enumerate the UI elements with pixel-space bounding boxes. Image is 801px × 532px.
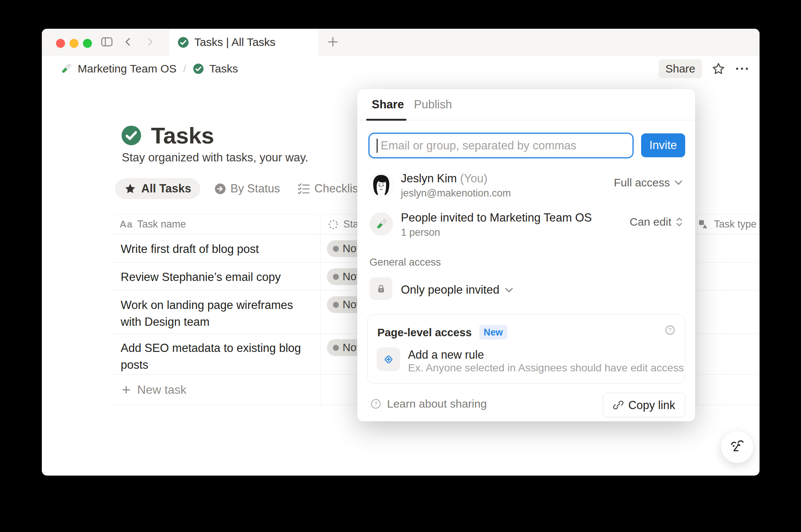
status-dot-icon — [333, 345, 339, 351]
new-task-label: New task — [137, 383, 186, 397]
chevron-down-icon — [674, 178, 683, 188]
help-icon — [371, 399, 381, 409]
status-spinner-icon — [328, 219, 339, 230]
task-name[interactable]: Write first draft of blog post — [121, 241, 315, 258]
view-tab-label: Checklist — [315, 182, 362, 195]
column-header-task-type[interactable]: Task type — [698, 214, 757, 234]
active-tab-underline — [366, 119, 406, 121]
page-level-access-title: Page-level access — [377, 326, 472, 339]
copy-link-label: Copy link — [628, 399, 675, 412]
notion-face-icon — [728, 438, 746, 456]
person-name-row: Jeslyn Kim (You) — [401, 172, 487, 185]
text-property-icon: Aa — [120, 219, 133, 230]
view-tab-all-tasks[interactable]: All Tasks — [115, 178, 200, 199]
general-access-value: Only people invited — [401, 283, 500, 297]
person-name: Jeslyn Kim — [401, 172, 457, 185]
learn-about-sharing-link[interactable]: Learn about sharing — [371, 398, 487, 410]
link-icon — [613, 400, 624, 410]
active-browser-tab[interactable]: Tasks | All Tasks — [169, 29, 318, 56]
page-level-access-title-row: Page-level access New — [377, 325, 507, 340]
task-name[interactable]: Review Stephanie’s email copy — [121, 269, 315, 286]
notion-window: Tasks | All Tasks Marketing Team OS / Ta… — [42, 29, 760, 476]
add-rule-title[interactable]: Add a new rule — [408, 348, 484, 361]
page-title: Tasks — [151, 122, 214, 149]
new-tab-icon[interactable] — [327, 36, 338, 47]
avatar-illustration — [369, 173, 393, 197]
column-label: Task name — [137, 219, 186, 230]
page-check-icon — [193, 63, 204, 74]
view-tab-label: All Tasks — [141, 182, 191, 195]
testtube-icon — [375, 217, 388, 231]
column-label: Task type — [714, 219, 757, 230]
status-dot-icon — [333, 246, 339, 252]
nav-back-icon[interactable] — [123, 37, 133, 47]
nav-forward-icon[interactable] — [145, 37, 155, 47]
chevron-updown-icon — [675, 216, 683, 228]
access-dropdown-can-edit[interactable]: Can edit — [630, 216, 683, 228]
lock-icon — [376, 284, 386, 294]
breadcrumb-page[interactable]: Tasks — [209, 62, 238, 75]
task-name[interactable]: Add SEO metadata to existing blog posts — [121, 340, 315, 374]
add-rule-tile[interactable] — [377, 347, 400, 371]
tab-favicon-check-icon — [177, 37, 189, 48]
plus-icon: + — [122, 382, 130, 397]
person-email: jeslyn@makenotion.com — [401, 188, 511, 199]
status-dot-icon — [333, 302, 339, 308]
favorite-star-icon[interactable] — [712, 62, 725, 75]
breadcrumb-separator: / — [182, 63, 188, 75]
star-icon — [124, 183, 136, 195]
dialog-tab-publish[interactable]: Publish — [414, 98, 452, 111]
general-access-dropdown[interactable]: Only people invited — [401, 283, 514, 297]
group-member-count: 1 person — [401, 227, 440, 238]
topbar-actions: Share — [659, 55, 749, 82]
page-title-check-icon — [121, 125, 142, 146]
zoom-window-button[interactable] — [83, 39, 92, 48]
window-titlebar: Tasks | All Tasks — [42, 29, 760, 55]
breadcrumb: Marketing Team OS / Tasks — [60, 55, 238, 82]
checklist-icon — [297, 183, 310, 195]
page-subtitle: Stay organized with tasks, your way. — [122, 151, 308, 164]
status-dot-icon — [333, 274, 339, 280]
view-tab-checklist[interactable]: Checklist — [294, 182, 365, 195]
person-you-suffix: (You) — [460, 172, 488, 185]
group-name: People invited to Marketing Team OS — [401, 211, 592, 225]
workspace-testtube-icon — [60, 62, 72, 75]
help-icon[interactable] — [665, 325, 675, 335]
new-badge: New — [479, 325, 507, 340]
chevron-down-icon — [504, 285, 514, 295]
general-access-tile — [369, 277, 392, 300]
user-avatar — [369, 173, 393, 197]
view-tabs: All Tasks By Status Checklist — [115, 178, 364, 199]
share-dialog-header: Share Publish — [357, 89, 695, 120]
access-level-label: Full access — [614, 176, 670, 189]
access-dropdown-full-access[interactable]: Full access — [614, 176, 683, 189]
invite-button[interactable]: Invite — [641, 133, 685, 157]
breadcrumb-workspace[interactable]: Marketing Team OS — [78, 62, 177, 75]
access-level-label: Can edit — [630, 216, 671, 228]
arrow-circle-icon — [214, 183, 226, 195]
task-name[interactable]: Work on landing page wireframes with Des… — [121, 297, 315, 331]
view-tab-label: By Status — [231, 182, 280, 195]
minimize-window-button[interactable] — [69, 39, 78, 48]
notion-face-button[interactable] — [721, 431, 753, 463]
share-button[interactable]: Share — [659, 59, 702, 78]
add-rule-hint: Ex. Anyone selected in Assignees should … — [408, 362, 684, 374]
more-options-icon[interactable] — [735, 66, 749, 71]
general-access-label: General access — [369, 256, 441, 268]
dialog-tab-share[interactable]: Share — [372, 98, 404, 111]
invite-email-input[interactable] — [368, 133, 634, 158]
tab-title: Tasks | All Tasks — [194, 36, 275, 49]
column-header-task-name[interactable]: Aa Task name — [120, 214, 186, 234]
group-avatar — [369, 212, 393, 236]
page-title-row: Tasks — [121, 122, 214, 149]
learn-label: Learn about sharing — [387, 398, 487, 410]
share-dialog: Share Publish Invite Jeslyn Kim — [357, 89, 695, 421]
close-window-button[interactable] — [56, 39, 65, 48]
page-level-access-box: Page-level access New Add a new rule Ex.… — [367, 314, 685, 384]
view-tab-by-status[interactable]: By Status — [211, 182, 283, 195]
diamond-plus-icon — [382, 353, 395, 366]
sidebar-toggle-icon[interactable] — [101, 37, 113, 47]
copy-link-button[interactable]: Copy link — [603, 393, 685, 417]
shapes-icon — [698, 219, 709, 230]
text-caret — [377, 139, 378, 153]
